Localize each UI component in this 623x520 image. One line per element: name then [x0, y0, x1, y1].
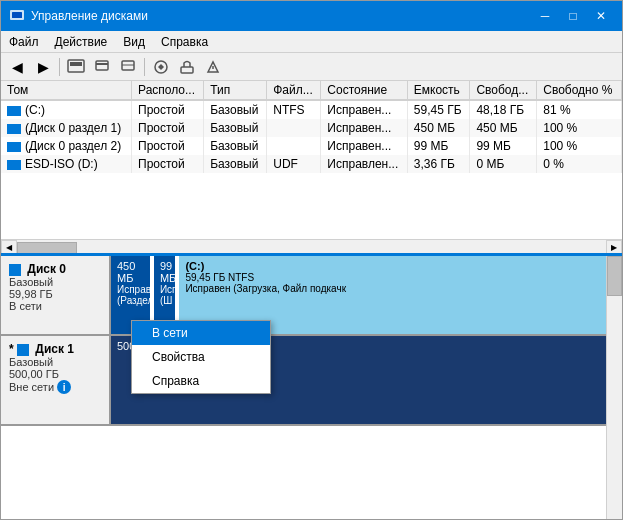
menu-file[interactable]: Файл: [1, 31, 47, 52]
window-icon: [9, 7, 25, 26]
table-cell-location-0: Простой: [132, 100, 204, 119]
toolbar-separator-1: [59, 58, 60, 76]
tool-btn-3[interactable]: [116, 56, 140, 78]
menu-bar: Файл Действие Вид Справка: [1, 31, 622, 53]
toolbar: ◀ ▶: [1, 53, 622, 81]
window-title: Управление дисками: [31, 9, 526, 23]
table-cell-filesystem-2: [267, 137, 321, 155]
menu-help[interactable]: Справка: [153, 31, 216, 52]
partition-0-2-sublabel2: Исправен (Загрузка, Файл подкачк: [185, 283, 614, 294]
partition-0-1-label: 99 МБ: [160, 260, 170, 284]
disk-0-type: Базовый: [9, 276, 101, 288]
table-row[interactable]: ESD-ISO (D:)ПростойБазовыйUDFИсправлен..…: [1, 155, 622, 173]
back-button[interactable]: ◀: [5, 56, 29, 78]
svg-rect-9: [181, 67, 193, 73]
svg-rect-3: [70, 62, 82, 66]
svg-rect-1: [12, 12, 22, 18]
table-cell-type-3: Базовый: [204, 155, 267, 173]
table-row[interactable]: (Диск 0 раздел 1)ПростойБазовыйИсправен.…: [1, 119, 622, 137]
ctx-menu-item-help[interactable]: Справка: [132, 369, 270, 393]
table-cell-free-3: 0 МБ: [470, 155, 537, 173]
disk-1-type: Базовый: [9, 356, 101, 368]
minimize-button[interactable]: ─: [532, 6, 558, 26]
table-cell-capacity-2: 99 МБ: [407, 137, 470, 155]
disk-1-name: * Диск 1: [9, 342, 101, 356]
disk-0-size: 59,98 ГБ: [9, 288, 101, 300]
main-content: Том Располо... Тип Файл... Состояние Емк…: [1, 81, 622, 519]
table-cell-free-0: 48,18 ГБ: [470, 100, 537, 119]
disk-0-name: Диск 0: [9, 262, 101, 276]
v-scroll-thumb[interactable]: [607, 256, 622, 296]
volume-table-area: Том Располо... Тип Файл... Состояние Емк…: [1, 81, 622, 256]
volume-table: Том Располо... Тип Файл... Состояние Емк…: [1, 81, 622, 173]
table-row[interactable]: (C:)ПростойБазовыйNTFSИсправен...59,45 Г…: [1, 100, 622, 119]
svg-rect-4: [96, 61, 108, 70]
table-cell-name-0: (C:): [1, 100, 132, 119]
disk-1-size: 500,00 ГБ: [9, 368, 101, 380]
window-controls: ─ □ ✕: [532, 6, 614, 26]
disk-0-label: Диск 0 Базовый 59,98 ГБ В сети: [1, 256, 111, 334]
col-header-capacity: Емкость: [407, 81, 470, 100]
tool-btn-2[interactable]: [90, 56, 114, 78]
partition-0-0-label: 450 МБ: [117, 260, 144, 284]
tool-btn-5[interactable]: [175, 56, 199, 78]
volume-icon: [7, 124, 21, 134]
scroll-track[interactable]: [17, 242, 606, 254]
disk-0-icon: [9, 264, 21, 276]
menu-action[interactable]: Действие: [47, 31, 116, 52]
context-menu: В сети Свойства Справка: [131, 320, 271, 394]
table-cell-free_pct-1: 100 %: [537, 119, 622, 137]
table-cell-location-3: Простой: [132, 155, 204, 173]
table-cell-name-2: (Диск 0 раздел 2): [1, 137, 132, 155]
disk-1-row: * Диск 1 Базовый 500,00 ГБ Вне сети i 50…: [1, 336, 622, 426]
table-cell-free-1: 450 МБ: [470, 119, 537, 137]
table-cell-free_pct-2: 100 %: [537, 137, 622, 155]
info-icon[interactable]: i: [57, 380, 71, 394]
table-cell-status-2: Исправен...: [321, 137, 407, 155]
disk-1-asterisk: *: [9, 342, 14, 356]
table-cell-status-3: Исправлен...: [321, 155, 407, 173]
disk-1-status-row: Вне сети i: [9, 380, 101, 394]
disk-visual-area: Диск 0 Базовый 59,98 ГБ В сети 450 МБ Ис…: [1, 256, 622, 519]
partition-0-1-sublabel: Исправен (Ш: [160, 284, 170, 306]
scroll-right-btn[interactable]: ▶: [606, 240, 622, 256]
vertical-scrollbar[interactable]: [606, 256, 622, 519]
disk-0-row: Диск 0 Базовый 59,98 ГБ В сети 450 МБ Ис…: [1, 256, 622, 336]
tool-btn-6[interactable]: [201, 56, 225, 78]
tool-btn-4[interactable]: [149, 56, 173, 78]
table-cell-type-0: Базовый: [204, 100, 267, 119]
col-header-type: Тип: [204, 81, 267, 100]
col-header-location: Располо...: [132, 81, 204, 100]
table-cell-free_pct-0: 81 %: [537, 100, 622, 119]
volume-icon: [7, 160, 21, 170]
toolbar-separator-2: [144, 58, 145, 76]
ctx-menu-item-properties[interactable]: Свойства: [132, 345, 270, 369]
menu-view[interactable]: Вид: [115, 31, 153, 52]
table-cell-filesystem-0: NTFS: [267, 100, 321, 119]
scroll-left-btn[interactable]: ◀: [1, 240, 17, 256]
partition-0-2-sublabel: 59,45 ГБ NTFS: [185, 272, 614, 283]
scroll-thumb[interactable]: [17, 242, 77, 254]
main-window: Управление дисками ─ □ ✕ Файл Действие В…: [0, 0, 623, 520]
forward-button[interactable]: ▶: [31, 56, 55, 78]
context-menu-box: В сети Свойства Справка: [131, 320, 271, 394]
table-cell-filesystem-3: UDF: [267, 155, 321, 173]
table-cell-location-1: Простой: [132, 119, 204, 137]
maximize-button[interactable]: □: [560, 6, 586, 26]
horizontal-scrollbar[interactable]: ◀ ▶: [1, 239, 622, 255]
table-cell-filesystem-1: [267, 119, 321, 137]
ctx-menu-item-online[interactable]: В сети: [132, 321, 270, 345]
table-cell-free_pct-3: 0 %: [537, 155, 622, 173]
close-button[interactable]: ✕: [588, 6, 614, 26]
table-row[interactable]: (Диск 0 раздел 2)ПростойБазовыйИсправен.…: [1, 137, 622, 155]
tool-btn-1[interactable]: [64, 56, 88, 78]
disk-0-status: В сети: [9, 300, 101, 312]
col-header-free-pct: Свободно %: [537, 81, 622, 100]
disk-1-label: * Диск 1 Базовый 500,00 ГБ Вне сети i: [1, 336, 111, 424]
col-header-free: Свобод...: [470, 81, 537, 100]
table-cell-capacity-0: 59,45 ГБ: [407, 100, 470, 119]
table-cell-name-3: ESD-ISO (D:): [1, 155, 132, 173]
col-header-volume: Том: [1, 81, 132, 100]
col-header-filesystem: Файл...: [267, 81, 321, 100]
table-cell-status-0: Исправен...: [321, 100, 407, 119]
